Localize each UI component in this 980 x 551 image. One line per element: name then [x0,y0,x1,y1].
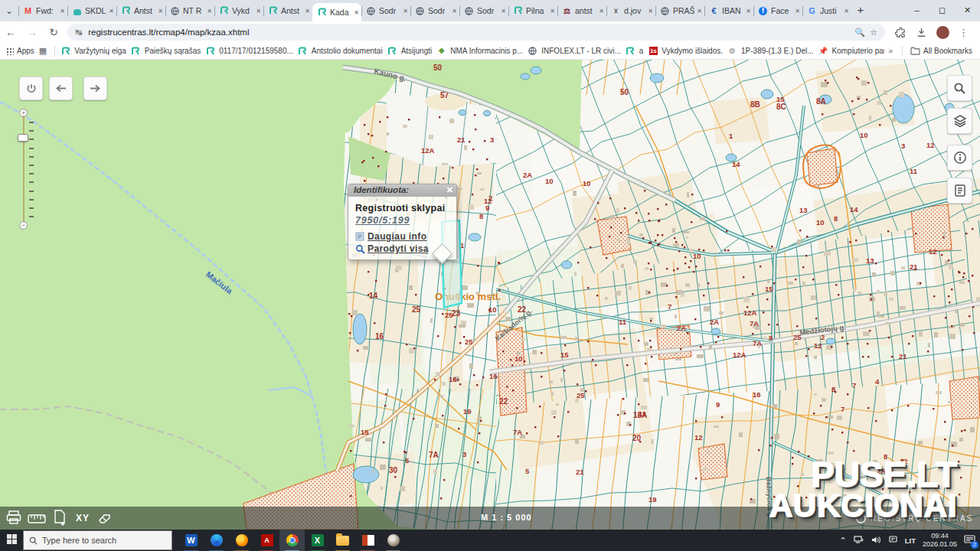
svg-text:14: 14 [369,292,378,300]
svg-text:25: 25 [465,337,473,346]
svg-text:21: 21 [910,262,918,271]
svg-text:10: 10 [488,305,497,314]
svg-text:11: 11 [619,318,627,326]
svg-text:5: 5 [405,456,410,465]
svg-text:8A: 8A [816,97,826,106]
svg-text:12A: 12A [733,350,746,359]
svg-text:3: 3 [901,142,905,150]
svg-text:14: 14 [850,205,858,214]
svg-text:8: 8 [834,214,838,223]
svg-text:7: 7 [841,405,844,413]
svg-text:19: 19 [463,407,472,416]
svg-text:25: 25 [412,305,421,314]
svg-text:2A: 2A [710,318,719,326]
svg-text:22: 22 [499,397,508,406]
svg-text:1: 1 [729,132,733,140]
svg-text:13: 13 [799,206,808,214]
svg-text:12: 12 [926,141,935,149]
svg-text:25: 25 [577,391,585,399]
svg-text:12A: 12A [743,308,757,317]
svg-text:12A: 12A [421,146,435,155]
svg-text:12: 12 [484,197,492,205]
svg-text:3: 3 [490,135,494,144]
svg-text:10: 10 [816,218,825,227]
svg-text:10: 10 [860,131,868,139]
svg-text:7A: 7A [750,319,759,328]
svg-text:7A: 7A [753,339,762,347]
svg-text:14: 14 [732,160,740,168]
svg-text:10: 10 [583,179,591,187]
svg-text:7A: 7A [513,428,522,436]
svg-text:8C: 8C [776,103,786,111]
svg-text:13: 13 [866,256,874,265]
svg-text:7: 7 [852,381,856,390]
svg-text:16: 16 [449,375,457,383]
svg-text:8: 8 [479,212,483,220]
svg-text:8: 8 [831,385,835,393]
svg-text:12: 12 [694,433,703,442]
svg-text:2A: 2A [523,171,532,179]
svg-text:10: 10 [693,252,701,260]
svg-text:15: 15 [361,428,369,436]
svg-text:7: 7 [668,302,671,311]
svg-text:10: 10 [514,354,523,363]
svg-text:21: 21 [899,352,907,360]
svg-text:15: 15 [560,350,569,359]
svg-text:9: 9 [769,334,773,342]
svg-text:9: 9 [716,400,720,409]
svg-text:19: 19 [648,495,657,504]
svg-text:50: 50 [620,88,629,96]
svg-text:8B: 8B [750,100,760,109]
svg-text:30: 30 [389,466,398,474]
svg-text:7A: 7A [429,451,439,459]
svg-text:23: 23 [452,309,461,318]
svg-text:10: 10 [545,177,554,185]
svg-text:16: 16 [753,390,761,399]
svg-text:21: 21 [457,135,466,144]
svg-text:2: 2 [821,333,825,341]
svg-text:4: 4 [875,377,880,386]
svg-text:12: 12 [814,341,822,350]
svg-text:12: 12 [929,247,937,256]
svg-text:2A: 2A [677,324,686,332]
svg-text:5: 5 [525,467,530,475]
svg-text:16: 16 [375,332,384,341]
svg-text:16: 16 [489,372,498,380]
svg-text:18A: 18A [633,411,647,419]
svg-text:20: 20 [632,434,642,442]
svg-text:15: 15 [765,285,773,293]
svg-text:50: 50 [433,64,443,72]
svg-text:11: 11 [910,167,918,175]
svg-text:3: 3 [462,450,466,458]
svg-text:21: 21 [576,468,584,476]
